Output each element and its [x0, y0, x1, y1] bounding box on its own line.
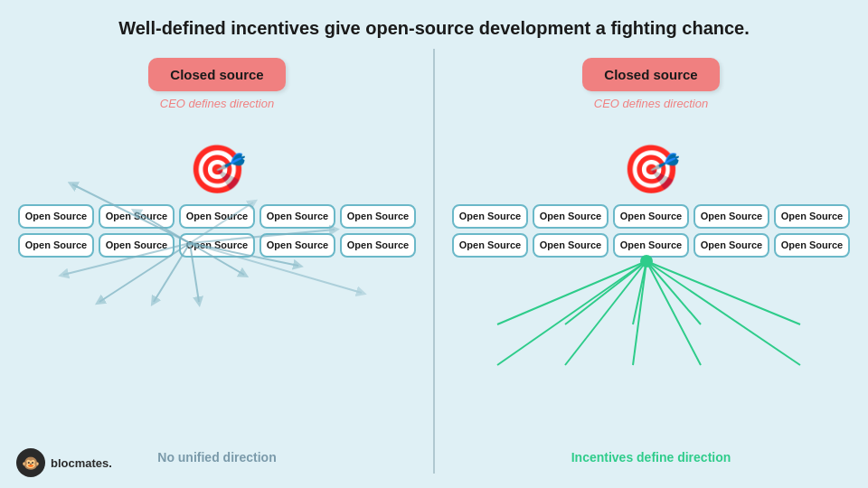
logo-area: 🐵 blocmates. — [16, 448, 112, 477]
svg-line-18 — [633, 261, 646, 365]
left-os-box-r2c1: Open Source — [18, 233, 94, 258]
svg-line-17 — [565, 261, 646, 365]
right-os-grid-row1: Open Source Open Source Open Source Open… — [452, 204, 850, 229]
right-os-box-r2c1: Open Source — [452, 233, 528, 258]
right-os-box-r1c2: Open Source — [533, 204, 609, 229]
svg-line-11 — [497, 261, 646, 324]
left-os-grid-row1: Open Source Open Source Open Source Open… — [18, 204, 416, 229]
left-caption: No unified direction — [157, 445, 276, 465]
left-os-box-r1c4: Open Source — [259, 204, 335, 229]
right-os-box-r1c1: Open Source — [452, 204, 528, 229]
right-os-grids: Open Source Open Source Open Source Open… — [452, 204, 850, 258]
logo-icon: 🐵 — [16, 448, 45, 477]
right-closed-source-box: Closed source — [582, 58, 719, 91]
right-os-box-r2c5: Open Source — [774, 233, 850, 258]
right-os-box-r2c2: Open Source — [533, 233, 609, 258]
left-os-box-r2c5: Open Source — [340, 233, 416, 258]
page-title: Well-defined incentives give open-source… — [0, 0, 868, 49]
right-os-grid-row2: Open Source Open Source Open Source Open… — [452, 233, 850, 258]
svg-line-15 — [646, 261, 800, 324]
right-diagram: Closed source CEO defines direction — [434, 49, 868, 474]
left-os-box-r1c5: Open Source — [340, 204, 416, 229]
left-closed-source-box: Closed source — [148, 58, 285, 91]
left-os-box-r1c2: Open Source — [99, 204, 175, 229]
left-os-grids: Open Source Open Source Open Source Open… — [18, 204, 416, 258]
svg-line-14 — [646, 261, 701, 324]
right-target-icon: 🎯 — [622, 142, 681, 197]
svg-line-16 — [497, 261, 646, 365]
right-os-box-r2c4: Open Source — [693, 233, 769, 258]
svg-line-13 — [633, 261, 646, 324]
svg-line-19 — [646, 261, 701, 365]
logo-text: blocmates. — [51, 456, 112, 470]
left-os-box-r1c3: Open Source — [179, 204, 255, 229]
left-diagram: Closed source CEO defines direction — [0, 49, 434, 474]
right-ceo-label: CEO defines direction — [594, 97, 708, 110]
right-os-box-r1c5: Open Source — [774, 204, 850, 229]
left-os-box-r2c3: Open Source — [179, 233, 255, 258]
logo-emoji: 🐵 — [22, 455, 40, 472]
svg-line-12 — [565, 261, 646, 324]
left-arrows-svg — [18, 58, 416, 465]
right-caption: Incentives define direction — [571, 445, 731, 465]
right-os-box-r1c3: Open Source — [613, 204, 689, 229]
left-os-box-r2c4: Open Source — [259, 233, 335, 258]
left-os-box-r1c1: Open Source — [18, 204, 94, 229]
right-os-box-r1c4: Open Source — [693, 204, 769, 229]
svg-line-20 — [646, 261, 800, 365]
left-target-icon: 🎯 — [188, 142, 247, 197]
right-connector-svg — [452, 58, 850, 465]
left-os-box-r2c2: Open Source — [99, 233, 175, 258]
left-os-grid-row2: Open Source Open Source Open Source Open… — [18, 233, 416, 258]
right-os-box-r2c3: Open Source — [613, 233, 689, 258]
left-ceo-label: CEO defines direction — [160, 97, 274, 110]
